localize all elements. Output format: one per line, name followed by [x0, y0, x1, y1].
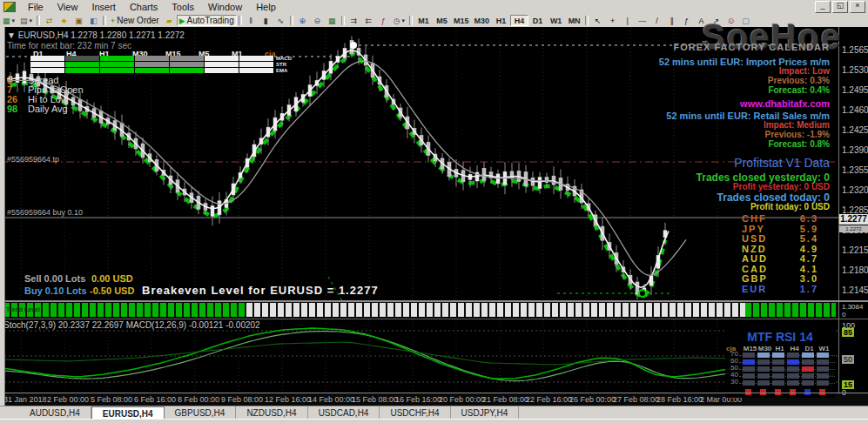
tab-usdcad-h4[interactable]: USDCAD,H4	[308, 406, 380, 420]
new-chart-button[interactable]: ▦▾	[0, 15, 17, 26]
price-label: 1.2530	[842, 65, 868, 75]
new-order-icon: +	[111, 17, 115, 25]
strategy-tester-icon: ◧	[90, 17, 98, 25]
secondary-price-box: 1.2272	[839, 225, 868, 232]
restore-button[interactable]: ◱	[832, 1, 848, 13]
strength-gbp: GBP3.0	[742, 273, 818, 284]
dash-cell	[65, 62, 100, 67]
strength-value: 3.0	[800, 273, 818, 284]
strength-code: GBP	[742, 273, 768, 284]
equidistant-channel-button[interactable]: ∥	[664, 15, 679, 26]
website-link[interactable]: www.dhabitafx.com	[740, 98, 830, 109]
mtf-cell	[817, 352, 829, 358]
tab-nzdusd-h4[interactable]: NZDUSD,H4	[236, 406, 307, 420]
new-chart-icon: ▦	[3, 17, 10, 25]
vertical-line-icon: |	[626, 17, 628, 25]
chart-area[interactable]: ▼ EURUSD,H4 1.2278 1.2280 1.2271 1.2272 …	[0, 27, 838, 300]
mtf-cell	[802, 359, 814, 365]
price-label: 1.2320	[842, 185, 868, 195]
navigator-button[interactable]: ★	[57, 15, 71, 26]
strategy-tester-button[interactable]: ◧	[86, 15, 101, 26]
buy-line-label[interactable]: #556959664 buy 0.10	[7, 208, 83, 217]
zoom-in-button[interactable]: ⊕	[295, 15, 310, 26]
periods-button[interactable]: ◷▾	[391, 15, 407, 26]
chart-symbol-arrow-icon[interactable]: ▼	[7, 30, 16, 40]
menu-tools[interactable]: Tools	[165, 1, 201, 13]
metaeditor-button[interactable]: ▰	[162, 15, 177, 26]
timeframe-m15[interactable]: M15	[451, 15, 472, 26]
menu-insert[interactable]: Insert	[84, 1, 123, 13]
indicators-button[interactable]: ƒ	[376, 15, 391, 26]
dash-cell	[135, 56, 170, 61]
autotrading-label: AutoTrading	[187, 16, 234, 25]
timeframe-h4[interactable]: H4	[510, 15, 528, 26]
window-controls: _◱×	[815, 1, 868, 13]
time-label: 9 Feb 08:00	[221, 395, 263, 404]
toolbar-separator	[239, 16, 242, 25]
dash-cell	[170, 62, 205, 67]
mtf-col-d1: D1	[802, 345, 817, 352]
timeframe-mn[interactable]: MN	[565, 15, 583, 26]
tab-eurusd-h4[interactable]: EURUSD,H4	[91, 406, 165, 420]
price-label: 1.2180	[842, 265, 868, 275]
chart-symbol-title: ▼ EURUSD,H4 1.2278 1.2280 1.2271 1.2272	[7, 30, 185, 40]
timeframe-d1[interactable]: D1	[528, 15, 547, 26]
auto-scroll-button[interactable]: ⇉	[347, 15, 361, 26]
candlestick-chart-button[interactable]: ▮	[259, 15, 273, 26]
time-label: 6 Feb 16:00	[134, 395, 176, 404]
dash-cell	[170, 56, 205, 61]
fibonacci-button[interactable]: ƒ	[679, 15, 694, 26]
cursor-button[interactable]: ↖	[590, 15, 605, 26]
menu-file[interactable]: File	[21, 1, 50, 13]
profiles-button[interactable]: ▤▾	[17, 15, 35, 26]
tp-line-label[interactable]: #556959664 tp	[7, 155, 59, 164]
separator[interactable]	[0, 300, 868, 302]
chart-shift-button[interactable]: ⇇	[361, 15, 376, 26]
terminal-button[interactable]: ▣	[71, 15, 86, 26]
price-label: 1.2495	[842, 85, 868, 95]
dash-cell	[239, 62, 274, 67]
timeframe-m30[interactable]: M30	[472, 15, 493, 26]
timeframe-m1[interactable]: M1	[414, 15, 433, 26]
mtf-cell	[787, 366, 799, 372]
menu-view[interactable]: View	[50, 1, 85, 13]
zoom-out-button[interactable]: ⊖	[310, 15, 325, 26]
dash-row-label: STR	[274, 62, 286, 67]
toolbar-separator	[585, 16, 589, 25]
mtf-cell	[772, 366, 784, 372]
mtf-rsi-panel: MTF RSI 14 cja 7060504030 M15M30H1H4D1W1	[725, 329, 835, 398]
mtf-cell	[817, 359, 829, 365]
close-button[interactable]: ×	[850, 1, 865, 13]
line-chart-button[interactable]: ∿	[273, 15, 288, 26]
mtf-cell	[772, 373, 784, 379]
trendline-button[interactable]: /	[649, 15, 664, 26]
tab-usdchf-h4[interactable]: USDCHF,H4	[380, 406, 450, 420]
menu-items: FileViewInsertChartsToolsWindowHelp	[21, 2, 283, 12]
chevron-down-icon: ▾	[30, 17, 33, 24]
app-icon	[3, 2, 16, 12]
minimize-button[interactable]: _	[815, 1, 831, 13]
menu-charts[interactable]: Charts	[123, 1, 165, 13]
horizontal-line-button[interactable]: —	[635, 15, 649, 26]
timeframe-w1[interactable]: W1	[547, 15, 565, 26]
timeframe-h1[interactable]: H1	[492, 15, 510, 26]
price-axis[interactable]: 1.25651.25301.24951.24601.24251.23901.23…	[838, 27, 868, 393]
vertical-line-button[interactable]: |	[620, 15, 635, 26]
tab-audusd-h4[interactable]: AUDUSD,H4	[19, 406, 91, 420]
tile-windows-button[interactable]: ▦	[325, 15, 340, 26]
crosshair-button[interactable]: +	[605, 15, 620, 26]
menu-window[interactable]: Window	[201, 1, 249, 13]
market-watch-button[interactable]: ⇄	[42, 15, 57, 26]
price-label: 1.2145	[842, 285, 868, 295]
dash-cell	[239, 68, 274, 73]
new-order-button[interactable]: +New Order	[108, 15, 162, 26]
timeframe-m5[interactable]: M5	[433, 15, 451, 26]
menu-help[interactable]: Help	[249, 1, 283, 13]
autotrading-button[interactable]: ▶AutoTrading	[177, 15, 237, 26]
tab-usdjpy-h4[interactable]: USDJPY,H4	[451, 406, 520, 420]
separator[interactable]	[0, 319, 868, 319]
tab-gbpusd-h4[interactable]: GBPUSD,H4	[165, 406, 237, 420]
bar-chart-button[interactable]: ǁ	[244, 15, 259, 26]
separator[interactable]	[0, 393, 868, 393]
strength-value: 5.9	[800, 224, 818, 234]
